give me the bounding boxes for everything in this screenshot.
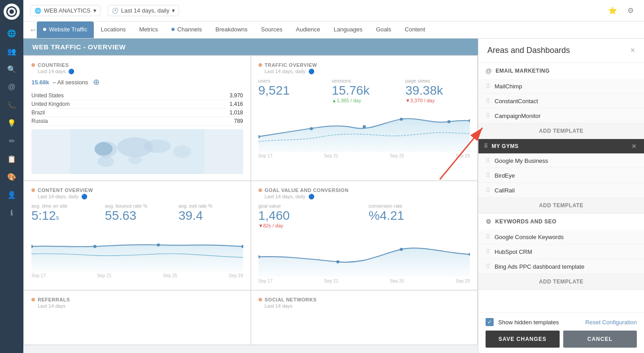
sidebar-icon-users[interactable]: 👥 [4, 43, 20, 59]
template-constantcontact[interactable]: ⠿ ConstantContact [478, 94, 644, 109]
widget-goal-value: GOAL VALUE AND CONVERSION Last 14 days, … [251, 181, 478, 290]
svg-point-3 [144, 139, 171, 153]
section-label-seo: KEYWORDS AND SEO [495, 218, 556, 225]
x-axis-content: Sep 17 Sep 21 Sep 25 Sep 29 [31, 273, 243, 278]
sidebar-icon-globe[interactable]: 🌐 [4, 25, 20, 41]
settings-icon[interactable]: ⚙ [624, 4, 637, 17]
widget-countries-title: COUNTRIES [31, 62, 243, 68]
widget-countries: COUNTRIES Last 14 days 🔵 15.68k – All se… [24, 56, 250, 180]
template-googlemybusiness[interactable]: ⠿ Google My Business [478, 153, 644, 168]
section-header-mygyms: ⠿ MY GYMS ✕ [478, 139, 644, 153]
tab-languages[interactable]: Languages [327, 22, 368, 38]
tab-label: Goals [376, 26, 391, 33]
show-hidden-checkbox[interactable]: ✓ [486, 318, 494, 326]
content-sparkline [31, 227, 243, 271]
tab-website-traffic[interactable]: Website Traffic [37, 22, 94, 38]
widget-dot [31, 188, 35, 192]
drag-handle-icon: ⠿ [486, 248, 490, 255]
date-dropdown-icon: ▾ [172, 7, 175, 14]
template-name: CallRail [495, 187, 637, 194]
tab-breakdowns[interactable]: Breakdowns [209, 22, 254, 38]
tab-metrics[interactable]: Metrics [133, 22, 164, 38]
panel-footer: ✓ Show hidden templates Reset Configurat… [478, 312, 644, 353]
tab-channels[interactable]: Channels [165, 22, 208, 38]
content-metrics: avg. time on site 5:12s avg. bounce rate… [31, 203, 243, 223]
sidebar-icon-info[interactable]: ℹ [4, 205, 20, 221]
tab-sources[interactable]: Sources [255, 22, 289, 38]
widget-dot [31, 298, 35, 301]
add-template-seo-button[interactable]: ADD TEMPLATE [478, 274, 644, 290]
template-bingads[interactable]: ⠿ Bing Ads PPC dashboard template [478, 259, 644, 274]
content-metric-time: avg. time on site 5:12s [31, 203, 96, 223]
sidebar-icon-phone[interactable]: 📞 [4, 97, 20, 113]
svg-point-7 [95, 142, 113, 156]
dashboard-header: WEB TRAFFIC - OVERVIEW [23, 39, 478, 55]
template-name: Google Console Keywords [495, 234, 637, 240]
tab-audience[interactable]: Audience [289, 22, 326, 38]
sidebar-icon-at[interactable]: @ [4, 79, 20, 95]
cancel-button[interactable]: CANCEL [563, 331, 637, 348]
panel-close-button[interactable]: × [630, 46, 635, 55]
date-range-selector[interactable]: 🕐 Last 14 days, daily ▾ [108, 5, 180, 16]
content-metric-exit: avg. exit rate % 39.4 [179, 203, 243, 223]
sidebar-icon-clipboard[interactable]: 📋 [4, 151, 20, 167]
section-header-email: @ EMAIL MARKETING [478, 63, 644, 79]
top-bar: 🌐 WEB ANALYTICS ▾ 🕐 Last 14 days, daily … [23, 0, 644, 22]
tab-locations[interactable]: Locations [95, 22, 132, 38]
star-icon[interactable]: ⭐ [606, 4, 619, 17]
drag-handle-icon: ⠿ [486, 187, 490, 194]
tab-label: Locations [101, 26, 126, 33]
tab-label: Languages [333, 26, 362, 33]
drag-handle-icon: ⠿ [486, 97, 490, 105]
section-delete-button[interactable]: ✕ [631, 143, 637, 150]
drag-handle-icon: ⠿ [486, 112, 490, 119]
date-range-label: Last 14 days, daily [121, 7, 170, 14]
clock-icon: 🕐 [112, 8, 118, 14]
template-callrail[interactable]: ⠿ CallRail [478, 183, 644, 198]
add-template-email-button[interactable]: ADD TEMPLATE [478, 123, 644, 139]
traffic-metric-sessions: sessions 15.76k ▲1,365 / day [332, 78, 396, 103]
panel-body: @ EMAIL MARKETING ⠿ MailChimp ⠿ Constant… [478, 63, 644, 312]
tab-content[interactable]: Content [399, 22, 432, 38]
svg-point-16 [157, 244, 160, 247]
template-mailchimp[interactable]: ⠿ MailChimp [478, 79, 644, 94]
x-axis-traffic: Sep 17 Sep 21 Sep 25 Sep 29 [258, 153, 470, 158]
template-birdeye[interactable]: ⠿ BirdEye [478, 168, 644, 183]
sidebar-icon-search[interactable]: 🔍 [4, 61, 20, 77]
template-name: HubSpot CRM [495, 248, 637, 255]
tab-goals[interactable]: Goals [370, 22, 398, 38]
sidebar-icon-bulb[interactable]: 💡 [4, 115, 20, 131]
svg-point-9 [310, 127, 313, 131]
widgets-grid: COUNTRIES Last 14 days 🔵 15.68k – All se… [23, 55, 478, 345]
reset-configuration-link[interactable]: Reset Configuration [585, 319, 637, 326]
goal-sparkline [258, 232, 470, 277]
add-template-mygyms-button[interactable]: ADD TEMPLATE [478, 198, 644, 214]
drag-handle-icon: ⠿ [486, 172, 490, 179]
drag-handle-icon: ⠿ [486, 233, 490, 240]
sidebar-icon-user[interactable]: 👤 [4, 187, 20, 203]
tab-label: Metrics [139, 26, 158, 33]
app-logo[interactable] [4, 4, 20, 20]
template-hubspotcrm[interactable]: ⠿ HubSpot CRM [478, 244, 644, 259]
all-sessions: 15.68k – All sessions ⊕ [31, 77, 243, 87]
add-sessions-btn[interactable]: ⊕ [93, 77, 100, 87]
analytics-selector[interactable]: 🌐 WEB ANALYTICS ▾ [31, 5, 101, 16]
right-panel: Areas and Dashboards × @ EMAIL MARKETING… [478, 39, 644, 353]
dashboard-area: WEB TRAFFIC - OVERVIEW COUNTRIES Last 14… [23, 39, 644, 353]
template-name: ConstantContact [495, 98, 637, 105]
traffic-metric-users: users 9,521 [258, 78, 323, 103]
sidebar-icon-palette[interactable]: 🎨 [4, 169, 20, 185]
country-row: Russia 789 [31, 117, 243, 126]
widget-social-networks: SOCIAL NETWORKS Last 14 days [251, 291, 478, 344]
template-campaignmonitor[interactable]: ⠿ CampaignMonitor [478, 109, 644, 123]
footer-buttons: SAVE CHANGES CANCEL [486, 331, 637, 348]
my-gyms-section-icon: ⠿ [484, 143, 488, 149]
country-row: United States 3,970 [31, 92, 243, 100]
analytics-dropdown-icon: ▾ [93, 7, 96, 14]
template-googleconsolekeywords[interactable]: ⠿ Google Console Keywords [478, 230, 644, 244]
widget-referrals-title: REFERRALS [31, 297, 243, 302]
sidebar-icon-edit[interactable]: ✏ [4, 133, 20, 149]
svg-point-6 [128, 155, 142, 164]
country-list: United States 3,970 United Kingdom 1,416… [31, 92, 243, 126]
save-changes-button[interactable]: SAVE CHANGES [486, 331, 560, 348]
